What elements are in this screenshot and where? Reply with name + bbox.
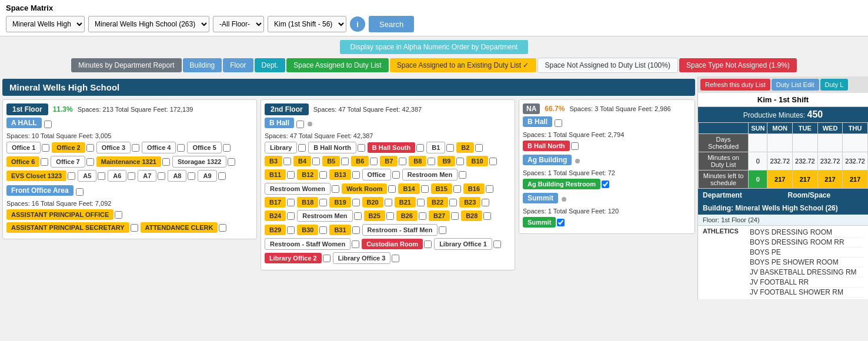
space-library-office1[interactable]: Library Office 1 [434, 238, 492, 250]
space-b8[interactable]: B8 [409, 156, 426, 166]
tab-space-assigned[interactable]: Space Assigned to Duty List [286, 58, 388, 72]
space-b7[interactable]: B7 [380, 156, 398, 166]
space-b1[interactable]: B1 [426, 142, 445, 153]
hall-frontoffice-checkbox[interactable] [76, 188, 84, 196]
space-b13[interactable]: B13 [329, 169, 350, 180]
space-b12[interactable]: B12 [297, 169, 318, 180]
space-b16[interactable]: B16 [463, 183, 485, 194]
space-b22[interactable]: B22 [427, 197, 448, 208]
hall-bna-checkbox[interactable] [555, 119, 562, 127]
hall-a-checkbox[interactable] [44, 121, 52, 128]
space-summit[interactable]: Summit [523, 217, 556, 228]
space-office3[interactable]: Office 3 [96, 142, 131, 153]
tab-dept[interactable]: Dept. [255, 58, 286, 72]
tab-existing-duty[interactable]: Space Assigned to an Existing Duty List … [390, 58, 536, 72]
space-a6[interactable]: A6 [108, 170, 126, 182]
space-b20[interactable]: B20 [362, 197, 383, 208]
space-library-office3[interactable]: Library Office 3 [333, 252, 391, 264]
refresh-duty-list-button[interactable]: Refresh this duty List [700, 79, 770, 91]
space-attendance-clerk[interactable]: ATTENDANCE CLERK [141, 222, 218, 233]
floor-badge-2nd: 2nd Floor [265, 103, 309, 115]
space-office4[interactable]: Office 4 [142, 142, 176, 153]
space-asst-principal-sec[interactable]: ASSISTANT PRINCIPAL SECRETARY [6, 222, 129, 233]
search-button[interactable]: Search [369, 16, 414, 32]
duty-thu: 232.72 [843, 152, 868, 170]
space-b29[interactable]: B29 [265, 225, 286, 235]
space-a9[interactable]: A9 [198, 170, 216, 182]
space-a7[interactable]: A7 [138, 170, 156, 182]
space-restroom-staff-women[interactable]: Restroom - Staff Women [265, 238, 350, 250]
space-b2[interactable]: B2 [456, 142, 474, 153]
space-b18[interactable]: B18 [297, 197, 318, 208]
hall-b-checkbox[interactable] [296, 121, 304, 128]
space-b24[interactable]: B24 [265, 210, 286, 221]
space-b19[interactable]: B19 [329, 197, 350, 208]
space-b27[interactable]: B27 [429, 210, 450, 221]
space-office-2nd[interactable]: Office [362, 169, 391, 180]
floor-dropdown[interactable]: -All Floor- [213, 16, 264, 32]
space-office5[interactable]: Office 5 [187, 142, 221, 153]
space-b26[interactable]: B26 [396, 210, 418, 221]
tab-floor[interactable]: Floor [223, 58, 253, 72]
duty-button[interactable]: Duty L [820, 79, 849, 91]
tab-building[interactable]: Building [183, 58, 222, 72]
space-library[interactable]: Library [265, 142, 297, 153]
hall-b-dot [308, 122, 312, 126]
space-b28[interactable]: B28 [461, 210, 482, 221]
space-office1[interactable]: Office 1 [6, 142, 41, 153]
space-b4[interactable]: B4 [293, 156, 311, 166]
space-maintenance1321[interactable]: Maintenance 1321 [96, 156, 161, 167]
person-dropdown[interactable]: Kim (1st Shift - 56) [268, 16, 346, 32]
space-bhall-south[interactable]: B Hall South [368, 142, 415, 153]
hall-summit-spaces-info: Spaces: 1 Total Square Feet: 120 [523, 208, 691, 215]
space-evscloset1323[interactable]: EVS Closet 1323 [6, 170, 66, 181]
left-thu: 217 [843, 170, 868, 189]
alpha-order-button[interactable]: Display space in Alpha Numeric Order by … [340, 40, 529, 54]
space-restroom-men-2[interactable]: Restroom Men [297, 210, 352, 222]
dept-athletics-row: ATHLETICS BOYS DRESSING ROOM BOYS DRESSI… [698, 226, 868, 300]
th-label [699, 123, 749, 134]
space-b3[interactable]: B3 [265, 156, 282, 166]
tab-dept-report[interactable]: Minutes by Department Report [71, 58, 181, 72]
space-b9[interactable]: B9 [438, 156, 455, 166]
floor-label: Floor: 1st Floor (24) [698, 215, 868, 226]
duty-list-edit-button[interactable]: Duty List Edit [772, 79, 819, 91]
space-b11[interactable]: B11 [265, 169, 286, 180]
space-b5[interactable]: B5 [322, 156, 340, 166]
space-b14[interactable]: B14 [398, 183, 419, 194]
space-a5[interactable]: A5 [78, 170, 96, 182]
school-dropdown[interactable]: Mineral Wells High School (263) [88, 16, 209, 32]
space-b25[interactable]: B25 [364, 210, 385, 221]
floors-row: 1st Floor 11.3% Spaces: 213 Total Square… [2, 99, 695, 270]
tab-not-assigned[interactable]: Space Not Assigned to Duty List (100%) [538, 58, 678, 73]
info-button[interactable]: i [350, 16, 365, 32]
space-library-office2[interactable]: Library Office 2 [265, 253, 322, 263]
space-bhall-north-2nd[interactable]: B Hall North [308, 142, 356, 153]
tab-bar: Minutes by Department Report Building Fl… [0, 58, 868, 73]
space-storage1322[interactable]: Storagae 1322 [172, 156, 227, 168]
space-office7[interactable]: Office 7 [51, 156, 85, 168]
room-jv-basketball: JV BASKETBALL DRESSING RM [750, 268, 863, 278]
location-dropdown[interactable]: Mineral Wells High [6, 16, 85, 32]
space-a8[interactable]: A8 [168, 170, 186, 182]
space-b15[interactable]: B15 [431, 183, 452, 194]
space-b31[interactable]: B31 [329, 225, 350, 235]
space-b23[interactable]: B23 [459, 197, 480, 208]
space-bhall-north-na[interactable]: B Hall North [523, 141, 570, 151]
floor-badge-1st: 1st Floor [6, 103, 48, 115]
space-b30[interactable]: B30 [297, 225, 318, 235]
space-asst-principal-office[interactable]: ASSISTANT PRINCIPAL OFFICE [6, 209, 113, 220]
space-workroom[interactable]: Work Room [342, 183, 388, 194]
space-restroom-women[interactable]: Restroom Women [265, 183, 330, 195]
space-restroom-staff-men[interactable]: Restroom - Staff Men [362, 224, 438, 236]
space-office6[interactable]: Office 6 [6, 156, 39, 167]
tab-type-not-assigned[interactable]: Space Type Not Assigned (1.9%) [679, 58, 797, 72]
space-b6[interactable]: B6 [351, 156, 369, 166]
space-restroom-men-1[interactable]: Restroom Men [402, 169, 458, 180]
space-b21[interactable]: B21 [395, 197, 416, 208]
space-custodian-room[interactable]: Custodian Room [362, 239, 423, 249]
space-agbuilding-restroom[interactable]: Ag Building Restroom [523, 179, 600, 189]
space-b17[interactable]: B17 [265, 197, 286, 208]
space-office2[interactable]: Office 2 [52, 142, 85, 153]
space-b10[interactable]: B10 [466, 156, 488, 166]
